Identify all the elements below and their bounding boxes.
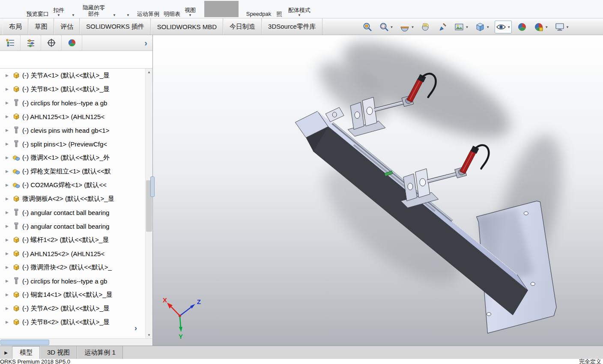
sheet-tab-scroll-button[interactable]: ▶ (0, 346, 12, 359)
expand-arrow-icon[interactable]: ▶ (6, 238, 10, 242)
command-tab[interactable]: SOLIDWORKS MBD (151, 18, 223, 35)
expand-arrow-icon[interactable]: ▶ (6, 155, 10, 160)
ribbon-button[interactable]: 预览窗口 ▼ (27, 11, 49, 17)
expand-arrow-icon[interactable]: ▶ (6, 114, 10, 119)
hide-show-items-button[interactable]: ▼ (495, 21, 512, 33)
tree-item[interactable]: ▶ (-) circlips for holes--type a gb (0, 274, 146, 288)
expand-arrow-icon[interactable]: ▶ (6, 183, 10, 187)
displaymanager-tab[interactable] (62, 35, 82, 51)
command-tab[interactable]: 评估 (54, 18, 80, 35)
annotation-view-button[interactable]: ▼ (419, 21, 432, 33)
scrollbar-thumb[interactable] (0, 340, 49, 345)
expand-arrow-icon[interactable]: ▶ (6, 210, 10, 215)
edit-appearance-button[interactable]: ▼ (436, 21, 449, 33)
ribbon-button[interactable]: ▼ (123, 13, 133, 17)
command-tab[interactable]: 草图 (28, 18, 54, 35)
featuremanager-tab[interactable] (0, 35, 21, 51)
dropdown-caret-icon[interactable]: ▼ (566, 25, 569, 29)
expand-arrow-icon[interactable]: ▶ (6, 87, 10, 91)
expand-arrow-icon[interactable]: ▶ (6, 306, 10, 310)
tree-item[interactable]: ▶ (-) angular contact ball bearing (0, 206, 146, 219)
tree-item[interactable]: ▶ (-) CO2MAG焊枪<1> (默认<< (0, 178, 146, 192)
scene-ball-button[interactable]: ▼ (532, 21, 549, 33)
ribbon-button[interactable]: 视图 ▼ (185, 7, 196, 17)
panel-expand-arrow[interactable]: › (134, 324, 137, 333)
expand-arrow-icon[interactable]: ▶ (6, 142, 10, 146)
bolt-icon (15, 99, 18, 106)
command-tab[interactable]: 今日制造 (223, 18, 262, 35)
dropdown-caret-icon[interactable]: ▼ (113, 13, 116, 17)
dropdown-caret-icon[interactable]: ▼ (507, 25, 510, 29)
ribbon-button[interactable]: ▼ (110, 13, 119, 17)
dropdown-caret-icon[interactable]: ▼ (390, 25, 394, 29)
dropdown-caret-icon[interactable]: ▼ (57, 13, 60, 17)
expand-arrow-icon[interactable]: ▶ (6, 251, 10, 256)
expand-arrow-icon[interactable]: ▶ (6, 197, 10, 201)
ribbon-button[interactable]: 扣件 ▼ (53, 7, 64, 17)
expand-arrow-icon[interactable]: ▶ (6, 73, 10, 78)
appearance-ball-button[interactable]: ▼ (516, 21, 528, 33)
tree-item[interactable]: ▶ (-) 关节A<2> (默认<<默认>_显 (0, 301, 146, 315)
propertymanager-tab[interactable] (21, 35, 41, 51)
tree-item[interactable]: ▶ (-) 铜套14<1> (默认<<默认>_显 (0, 288, 146, 301)
expand-arrow-icon[interactable]: ▶ (6, 265, 10, 269)
dropdown-caret-icon[interactable]: ▼ (298, 13, 301, 17)
section-view-button[interactable]: ▼ (398, 21, 415, 33)
tree-item[interactable]: ▶ (-) split pins<1> (PreviewCfg< (0, 137, 146, 151)
command-tab[interactable]: 3DSource零件库 (262, 18, 322, 35)
ribbon-button[interactable]: 配体模式 ▼ (288, 7, 310, 17)
expand-arrow-icon[interactable]: ▶ (6, 169, 10, 173)
command-tab[interactable]: SOLIDWORKS 插件 (80, 18, 151, 35)
configurationmanager-tab[interactable] (41, 35, 62, 51)
scroll-down-icon[interactable]: ▼ (146, 331, 152, 338)
tree-item[interactable]: ▶ (-) 微调滑块<2> (默认<<默认>_ (0, 260, 146, 274)
expand-arrow-icon[interactable]: ▶ (6, 128, 10, 132)
tree-item[interactable]: ▶ (-) 螺杆1<2> (默认<<默认>_显 (0, 233, 146, 247)
expand-arrow-icon[interactable]: ▶ (6, 320, 10, 324)
sheet-tab[interactable]: 3D 视图 (40, 346, 77, 359)
ribbon-button[interactable]: 运动算例 ▼ (137, 11, 159, 17)
tree-vertical-scrollbar[interactable]: ▲ ▼ (145, 69, 152, 338)
ribbon-button[interactable]: 隐藏的零部件 ▼ (82, 4, 105, 17)
tree-item[interactable]: ▶ (-) 关节A<1> (默认<<默认>_显 (0, 69, 146, 82)
ribbon-button[interactable]: 照 ▼ (275, 11, 284, 17)
dropdown-caret-icon[interactable]: ▼ (188, 13, 192, 17)
sheet-tab[interactable]: 运动算例 1 (77, 346, 123, 359)
tree-item[interactable]: ▶ (-) angular contact ball bearing (0, 219, 146, 233)
scroll-up-icon[interactable]: ▲ (146, 69, 152, 75)
tree-item[interactable]: ▶ (-) AHLN125<1> (AHLN125< (0, 110, 146, 123)
expand-arrow-icon[interactable]: ▶ (6, 224, 10, 228)
zoom-area-button[interactable]: ▼ (378, 21, 395, 33)
tree-item[interactable]: ▶ (-) 微调X<1> (默认<<默认>_外 (0, 151, 146, 164)
command-tab[interactable]: 布局 (3, 18, 28, 35)
expand-arrow-icon[interactable]: ▶ (6, 101, 10, 105)
3d-viewport[interactable]: X Z Y (153, 35, 603, 346)
view-orientation-button[interactable]: ▼ (474, 21, 491, 33)
sheet-tab[interactable]: 模型 (12, 346, 40, 359)
dropdown-caret-icon[interactable]: ▼ (72, 13, 75, 17)
dropdown-caret-icon[interactable]: ▼ (486, 25, 490, 29)
expand-arrow-icon[interactable]: ▶ (6, 279, 10, 283)
ribbon-button[interactable]: Speedpak ▼ (247, 11, 270, 17)
ribbon-button[interactable]: 明细表 ▼ (164, 11, 180, 17)
tree-item[interactable]: ▶ 微调侧板A<2> (默认<<默认>_显 (0, 192, 146, 206)
tree-item[interactable]: ▶ (-) clevis pins with head gb<1> (0, 123, 146, 137)
apply-scene-button[interactable]: ▼ (453, 21, 470, 33)
dropdown-caret-icon[interactable]: ▼ (411, 25, 414, 29)
tree-item[interactable]: ▶ (-) 焊枪支架组立<1> (默认<<默 (0, 164, 146, 178)
tree-horizontal-scrollbar[interactable] (0, 338, 152, 346)
panel-splitter-handle[interactable] (150, 176, 155, 197)
dropdown-caret-icon[interactable]: ▼ (126, 13, 130, 17)
dropdown-caret-icon[interactable]: ▼ (465, 25, 469, 29)
panel-flyout-arrow[interactable]: › (144, 39, 147, 47)
ribbon-button[interactable]: ▼ (69, 13, 78, 17)
expand-arrow-icon[interactable]: ▶ (6, 292, 10, 297)
tree-item[interactable]: ▶ (-) circlips for holes--type a gb (0, 96, 146, 110)
zoom-fit-button[interactable]: ▼ (361, 21, 374, 33)
tree-item[interactable]: ▶ (-) AHLN125<2> (AHLN125< (0, 247, 146, 260)
bolt-icon (15, 277, 18, 284)
tree-item[interactable]: ▶ (-) 关节B<1> (默认<<默认>_显 (0, 82, 146, 96)
view-settings-button[interactable]: ▼ (553, 21, 570, 33)
dropdown-caret-icon[interactable]: ▼ (545, 25, 548, 29)
tree-item[interactable]: ▶ (-) 关节B<2> (默认<<默认>_显 (0, 315, 146, 329)
